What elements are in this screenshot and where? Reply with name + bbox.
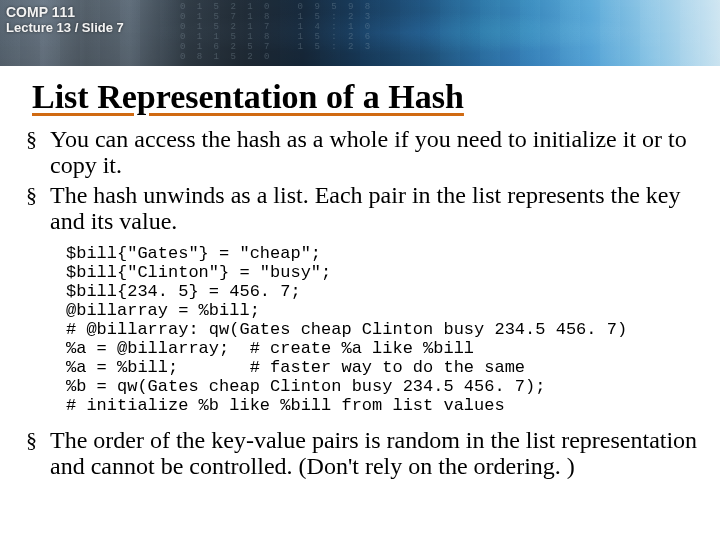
- code-line: @billarray = %bill;: [66, 301, 260, 320]
- code-line: $bill{"Gates"} = "cheap";: [66, 244, 321, 263]
- code-block: $bill{"Gates"} = "cheap"; $bill{"Clinton…: [66, 244, 720, 415]
- header-banner: 0 1 5 2 1 0 0 9 5 9 8 0 1 5 7 1 8 1 5 : …: [0, 0, 720, 66]
- code-line: # @billarray: qw(Gates cheap Clinton bus…: [66, 320, 627, 339]
- slide-title: List Representation of a Hash: [32, 78, 720, 116]
- code-line: %a = %bill; # faster way to do the same: [66, 358, 525, 377]
- code-line: $bill{234. 5} = 456. 7;: [66, 282, 301, 301]
- bullet-list: The order of the key-value pairs is rand…: [22, 427, 702, 479]
- lecture-slide-number: Lecture 13 / Slide 7: [6, 20, 124, 36]
- code-line: %a = @billarray; # create %a like %bill: [66, 339, 474, 358]
- course-header: COMP 111 Lecture 13 / Slide 7: [6, 4, 124, 36]
- code-line: $bill{"Clinton"} = "busy";: [66, 263, 331, 282]
- bullet-item: You can access the hash as a whole if yo…: [44, 126, 702, 178]
- code-line: %b = qw(Gates cheap Clinton busy 234.5 4…: [66, 377, 545, 396]
- slide: 0 1 5 2 1 0 0 9 5 9 8 0 1 5 7 1 8 1 5 : …: [0, 0, 720, 540]
- banner-decoration: 0 1 5 2 1 0 0 9 5 9 8 0 1 5 7 1 8 1 5 : …: [180, 2, 420, 62]
- bullet-item: The hash unwinds as a list. Each pair in…: [44, 182, 702, 234]
- bullet-item: The order of the key-value pairs is rand…: [44, 427, 702, 479]
- course-code: COMP 111: [6, 4, 75, 20]
- code-line: # initialize %b like %bill from list val…: [66, 396, 505, 415]
- bullet-list: You can access the hash as a whole if yo…: [22, 126, 702, 234]
